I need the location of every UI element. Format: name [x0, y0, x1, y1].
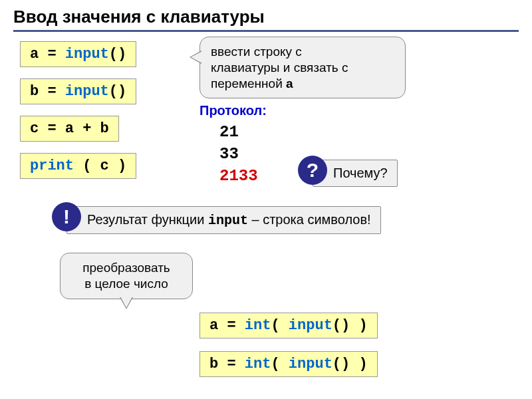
exclamation-icon: !: [52, 202, 81, 231]
code-b-int-input: b = int( input() ): [200, 351, 378, 377]
code-fn: int: [245, 356, 271, 372]
code-text: a =: [209, 317, 245, 334]
code-a-int-input: a = int( input() ): [200, 313, 378, 338]
note-text: Результат функции: [87, 212, 208, 227]
code-text: () ): [332, 317, 368, 334]
note-fn: input: [208, 213, 248, 228]
callout-var: a: [286, 76, 293, 90]
code-fn: input: [289, 356, 332, 372]
code-text: b =: [209, 356, 245, 372]
code-fn: int: [245, 317, 271, 334]
code-fn: print: [30, 158, 74, 174]
code-text: b =: [30, 83, 65, 100]
code-text: ( c ): [74, 158, 126, 174]
code-fn: input: [289, 317, 332, 334]
note-box: Результат функции input – строка символо…: [66, 206, 381, 234]
note-text: – строка символов!: [248, 212, 371, 227]
code-text: c = a + b: [30, 120, 109, 137]
code-text: (: [271, 317, 288, 334]
question-icon: ?: [298, 156, 327, 185]
code-fn: input: [65, 46, 109, 63]
code-c-sum: c = a + b: [20, 116, 119, 142]
code-a-input: a = input(): [20, 41, 136, 67]
callout-text: переменной: [211, 76, 286, 90]
callout-text: в целое число: [84, 277, 168, 291]
code-b-input: b = input(): [20, 78, 136, 104]
protocol-value-2: 33: [219, 145, 239, 163]
note-badge: ! Результат функции input – строка симво…: [66, 206, 381, 234]
code-fn: input: [65, 83, 109, 100]
code-text: a =: [30, 46, 65, 63]
protocol-label: Протокол:: [200, 103, 267, 118]
callout-input-explain: ввести строку с клавиатуры и связать с п…: [200, 37, 406, 98]
protocol-value-1: 21: [219, 123, 239, 141]
code-text: (): [109, 83, 126, 100]
why-badge: ? Почему?: [313, 160, 398, 187]
callout-convert: преобразовать в целое число: [60, 253, 193, 299]
code-text: () ): [332, 356, 368, 372]
callout-text: клавиатуры и связать с: [211, 61, 348, 74]
page-title: Ввод значения с клавиатуры: [13, 7, 519, 32]
callout-text: ввести строку с: [211, 45, 302, 59]
code-text: (): [109, 46, 126, 63]
code-text: (: [271, 356, 288, 372]
protocol-value-3: 2133: [219, 167, 258, 185]
code-print: print ( c ): [20, 153, 136, 179]
callout-text: преобразовать: [82, 261, 170, 275]
